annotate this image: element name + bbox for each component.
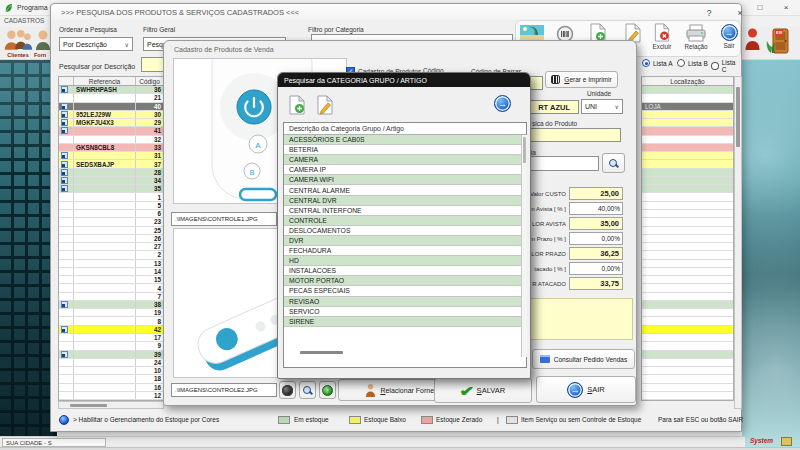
price-value-field[interactable]: 0,00% [569, 232, 623, 245]
product-row[interactable]: 15 [59, 276, 163, 284]
category-item[interactable]: CAMERA WIFI [284, 175, 521, 185]
localizacao-row[interactable] [642, 185, 733, 193]
localizacao-row[interactable] [642, 268, 733, 276]
product-row[interactable]: 8 [59, 317, 163, 325]
localizacao-row[interactable] [642, 359, 733, 367]
localizacao-row[interactable] [642, 202, 733, 210]
gerar-imprimir-button[interactable]: Gerar e Imprimir [545, 71, 618, 88]
list-horizontal-scrollbar[interactable] [300, 351, 343, 354]
zoom-image-button[interactable] [299, 381, 316, 399]
product-row[interactable]: 24 [59, 359, 163, 367]
edit-category-button[interactable] [317, 95, 333, 116]
localizacao-row[interactable] [642, 243, 733, 251]
category-item[interactable]: BETERIA [284, 145, 521, 155]
localizacao-row[interactable] [642, 160, 733, 168]
product-row[interactable]: 23 [59, 218, 163, 226]
category-item[interactable]: CONTROLE [284, 216, 521, 226]
maximize-button[interactable]: □ [752, 1, 768, 14]
add-category-button[interactable] [289, 95, 305, 116]
product-row[interactable]: 40 [59, 103, 163, 111]
product-row[interactable]: 6 [59, 210, 163, 218]
image1-path-field[interactable]: .\IMAGENS\CONTROLE1.JPG [171, 212, 277, 226]
sair-button[interactable]: → SAIR [536, 376, 636, 403]
category-item[interactable]: DESLOCAMENTOS [284, 226, 521, 236]
product-row[interactable]: 39 [59, 351, 163, 359]
localizacao-row[interactable] [642, 351, 733, 359]
localizacao-row[interactable] [642, 119, 733, 127]
price-value-field[interactable]: 40,00% [569, 202, 623, 215]
product-row[interactable]: SEDSXBAJP37 [59, 160, 163, 168]
category-item[interactable]: DVR [284, 236, 521, 246]
product-row[interactable]: 7 [59, 293, 163, 301]
category-item[interactable]: CENTRAL ALARME [284, 185, 521, 195]
confirm-arrow-button[interactable]: → [494, 95, 511, 112]
localizacao-row[interactable] [642, 309, 733, 317]
product-row[interactable]: 9 [59, 342, 163, 350]
localizacao-row[interactable] [642, 284, 733, 292]
ordenar-select[interactable]: Por Descrição ∨ [59, 37, 133, 51]
unidade-select[interactable]: UNI ∨ [581, 99, 623, 114]
localizacao-row[interactable] [642, 86, 733, 94]
category-item[interactable]: SIRENE [284, 317, 521, 327]
excluir-button[interactable]: Excluir [648, 23, 676, 50]
localizacao-row[interactable] [642, 94, 733, 102]
localizacao-row[interactable] [642, 301, 733, 309]
category-item[interactable]: REVISAO [284, 297, 521, 307]
localizacao-row[interactable] [642, 169, 733, 177]
price-value-field[interactable]: 35,00 [569, 217, 623, 230]
product-row[interactable]: 18 [59, 375, 163, 383]
product-row[interactable]: 28 [59, 169, 163, 177]
product-row[interactable]: 17 [59, 334, 163, 342]
localizacao-row[interactable] [642, 136, 733, 144]
salvar-button[interactable]: ✔ SALVAR [434, 378, 532, 403]
scrollbar-thumb[interactable] [736, 87, 740, 147]
category-item[interactable]: SERVICO [284, 307, 521, 317]
lista-c-radio[interactable]: Lista C [711, 59, 741, 73]
category-item[interactable]: FECHADURA [284, 246, 521, 256]
product-row[interactable]: 14 [59, 268, 163, 276]
product-row[interactable]: 4 [59, 284, 163, 292]
localizacao-row[interactable] [642, 111, 733, 119]
product-row[interactable]: 1 [59, 193, 163, 201]
lista-a-radio[interactable]: Lista A [642, 59, 673, 67]
scrollbar-thumb[interactable] [523, 137, 526, 163]
price-value-field[interactable]: 36,25 [569, 247, 623, 260]
localizacao-row[interactable] [642, 127, 733, 135]
exit-app-button[interactable]: EXI [765, 27, 791, 56]
vertical-scrollbar[interactable] [734, 76, 742, 409]
category-item[interactable]: HD [284, 256, 521, 266]
localizacao-row[interactable] [642, 276, 733, 284]
localizacao-row[interactable] [642, 375, 733, 383]
localizacao-row[interactable] [642, 227, 733, 235]
product-row[interactable]: 12 [59, 392, 163, 400]
price-value-field[interactable]: 33,75 [569, 277, 623, 290]
product-row[interactable]: 31 [59, 152, 163, 160]
product-row[interactable]: 2 [59, 251, 163, 259]
product-row[interactable]: 41 [59, 127, 163, 135]
lista-b-radio[interactable]: Lista B [677, 59, 708, 67]
product-row[interactable]: 32 [59, 136, 163, 144]
product-row[interactable]: GKSN8CBL833 [59, 144, 163, 152]
horizontal-scrollbar[interactable] [58, 401, 164, 409]
relacao-button[interactable]: Relação [682, 24, 710, 50]
localizacao-row[interactable] [642, 384, 733, 392]
localizacao-row[interactable] [642, 392, 733, 400]
category-item[interactable]: PECAS ESPECIAIS [284, 286, 521, 296]
stock-colors-toggle-icon[interactable] [59, 415, 69, 425]
support-button[interactable] [744, 27, 761, 52]
localizacao-row[interactable] [642, 317, 733, 325]
image2-path-field[interactable]: .\IMAGENS\CONTROLE2.JPG [171, 383, 277, 397]
close-button[interactable]: × [778, 1, 794, 14]
load-image-button[interactable]: ↑ [319, 381, 336, 399]
sair-window-button[interactable]: → Sair [717, 24, 741, 49]
localizacao-row[interactable] [642, 334, 733, 342]
category-item[interactable]: CENTRAL DVR [284, 196, 521, 206]
localizacao-row[interactable] [642, 367, 733, 375]
menu-cadastros[interactable]: CADASTROS [4, 17, 44, 24]
category-item[interactable]: CENTRAL INTERFONE [284, 206, 521, 216]
product-row[interactable]: 952LEJ29W30 [59, 111, 163, 119]
category-item[interactable]: ACESSÓRIOS E CAB0S [284, 135, 521, 145]
product-row[interactable]: SWHRHPASH36 [59, 86, 163, 94]
categoria-search-button[interactable] [602, 153, 625, 173]
product-row[interactable]: 13 [59, 260, 163, 268]
